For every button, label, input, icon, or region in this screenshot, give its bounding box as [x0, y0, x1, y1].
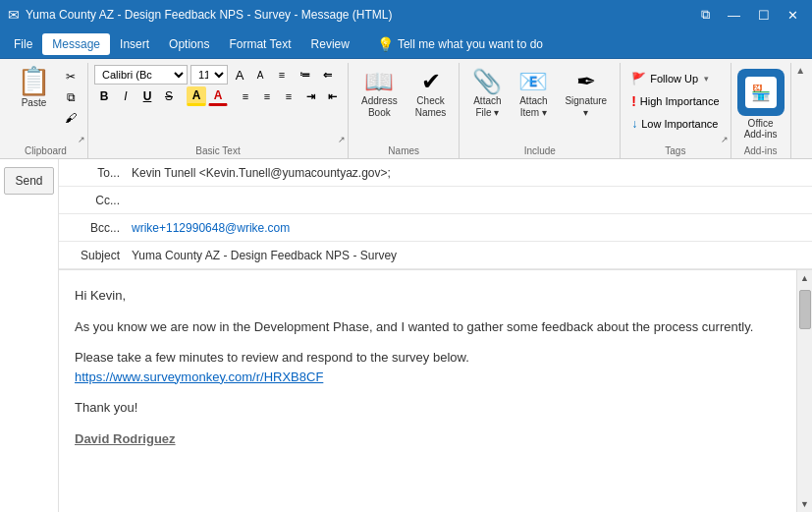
email-body[interactable]: Hi Kevin, As you know we are now in the … — [59, 270, 796, 512]
scroll-up-button[interactable]: ▲ — [797, 270, 813, 286]
signature-button[interactable]: ✒ Signature▾ — [558, 65, 614, 124]
menu-bar: File Message Insert Options Format Text … — [0, 29, 812, 59]
office-addins-button[interactable]: 🏪 OfficeAdd-ins — [737, 69, 785, 140]
addins-label: OfficeAdd-ins — [744, 118, 778, 140]
paste-icon: 📋 — [17, 68, 51, 95]
office-addins-icon[interactable]: 🏪 — [737, 69, 785, 116]
menu-options[interactable]: Options — [159, 33, 219, 55]
high-importance-button[interactable]: ! High Importance — [626, 90, 724, 112]
attach-item-button[interactable]: 📧 AttachItem ▾ — [512, 65, 555, 124]
number-list-button[interactable]: ≔ — [295, 65, 314, 85]
addins-group: 🏪 OfficeAdd-ins Add-ins — [731, 63, 791, 158]
restore-button[interactable]: ⧉ — [695, 5, 716, 25]
bold-button[interactable]: B — [94, 86, 114, 106]
email-compose: Send To... Kevin Tunell <Kevin.Tunell@yu… — [0, 159, 812, 512]
scrollbar-thumb[interactable] — [799, 290, 811, 329]
attach-file-icon: 📎 — [472, 70, 502, 93]
clipboard-sub-buttons: ✂ ⧉ 🖌 — [60, 65, 81, 128]
clipboard-group: 📋 Paste ✂ ⧉ 🖌 Clipboard ↗ — [4, 63, 88, 158]
check-names-icon: ✔ — [421, 70, 441, 93]
indent-increase-button[interactable]: ⇥ — [300, 86, 320, 106]
form-area: To... Kevin Tunell <Kevin.Tunell@yumacou… — [59, 159, 812, 512]
font-name-select[interactable]: Calibri (Bc — [94, 65, 188, 85]
check-names-button[interactable]: ✔ CheckNames — [408, 65, 454, 124]
email-header: To... Kevin Tunell <Kevin.Tunell@yumacou… — [59, 159, 812, 270]
font-shrink-button[interactable]: A — [251, 66, 269, 84]
to-label[interactable]: To... — [59, 166, 128, 180]
paste-button[interactable]: 📋 Paste — [10, 65, 58, 111]
cc-input[interactable] — [128, 190, 812, 211]
font-row: Calibri (Bc 11 A A ≡ ≔ ⇐ — [94, 65, 337, 85]
title-bar-left: ✉ Yuma County AZ - Design Feedback NPS -… — [8, 7, 392, 23]
menu-insert[interactable]: Insert — [110, 33, 159, 55]
ribbon: 📋 Paste ✂ ⧉ 🖌 Clipboard ↗ Calibri (Bc — [0, 59, 812, 159]
menu-message[interactable]: Message — [42, 33, 110, 55]
scrollbar-track — [798, 286, 812, 496]
ltr-button[interactable]: ⇐ — [317, 65, 337, 85]
bcc-link[interactable]: wrike+112990648@wrike.com — [132, 221, 290, 235]
signature-label: Signature▾ — [565, 95, 607, 119]
highlight-button[interactable]: A — [187, 86, 206, 106]
bullet-list-button[interactable]: ≡ — [272, 65, 292, 85]
follow-up-dropdown-icon: ▾ — [704, 74, 709, 84]
to-row: To... Kevin Tunell <Kevin.Tunell@yumacou… — [59, 159, 812, 187]
basic-text-label: Basic Text — [94, 143, 342, 158]
outlook-icon: ✉ — [8, 7, 20, 23]
outlook-window: ✉ Yuma County AZ - Design Feedback NPS -… — [0, 0, 812, 512]
menu-file[interactable]: File — [4, 33, 42, 55]
include-content: 📎 AttachFile ▾ 📧 AttachItem ▾ ✒ Signatur… — [465, 65, 614, 143]
align-center-button[interactable]: ≡ — [257, 86, 277, 106]
menu-review[interactable]: Review — [301, 33, 359, 55]
check-names-label: CheckNames — [415, 95, 447, 119]
address-book-button[interactable]: 📖 AddressBook — [354, 65, 405, 124]
low-importance-button[interactable]: ↓ Low Importance — [626, 114, 723, 134]
to-value: Kevin Tunell <Kevin.Tunell@yumacountyaz.… — [128, 162, 812, 184]
maximize-button[interactable]: ☐ — [752, 5, 776, 25]
include-group: 📎 AttachFile ▾ 📧 AttachItem ▾ ✒ Signatur… — [460, 63, 621, 158]
tell-me-text[interactable]: Tell me what you want to do — [398, 37, 543, 51]
bcc-label[interactable]: Bcc... — [59, 221, 128, 235]
scroll-down-button[interactable]: ▼ — [797, 496, 813, 512]
tags-expand-icon[interactable]: ↗ — [721, 135, 729, 144]
format-painter-button[interactable]: 🖌 — [60, 108, 81, 128]
body-text-survey: Please take a few minutes to review and … — [75, 350, 469, 365]
low-importance-icon: ↓ — [631, 117, 637, 131]
strikethrough-button[interactable]: S — [159, 86, 179, 106]
cc-label[interactable]: Cc... — [59, 194, 128, 207]
attach-file-button[interactable]: 📎 AttachFile ▾ — [465, 65, 509, 124]
font-color-button[interactable]: A — [208, 86, 228, 106]
names-content: 📖 AddressBook ✔ CheckNames — [354, 65, 453, 143]
names-group: 📖 AddressBook ✔ CheckNames Names — [349, 63, 460, 158]
body-paragraph2: Please take a few minutes to review and … — [75, 348, 781, 386]
tags-content: 🚩 Follow Up ▾ ! High Importance ↓ Low Im… — [626, 65, 724, 143]
compose-body-wrapper: Send To... Kevin Tunell <Kevin.Tunell@yu… — [0, 159, 812, 512]
underline-button[interactable]: U — [137, 86, 157, 106]
subject-value: Yuma County AZ - Design Feedback NPS - S… — [128, 245, 812, 266]
include-label: Include — [465, 143, 614, 158]
copy-button[interactable]: ⧉ — [60, 87, 81, 107]
align-left-button[interactable]: ≡ — [236, 86, 255, 106]
ribbon-collapse-button[interactable]: ▲ — [793, 65, 808, 76]
cut-button[interactable]: ✂ — [60, 67, 81, 86]
minimize-button[interactable]: — — [722, 5, 746, 25]
subject-label: Subject — [59, 249, 128, 262]
follow-up-button[interactable]: 🚩 Follow Up ▾ — [626, 69, 714, 88]
italic-button[interactable]: I — [116, 86, 135, 106]
align-right-button[interactable]: ≡ — [279, 86, 298, 106]
title-bar: ✉ Yuma County AZ - Design Feedback NPS -… — [0, 0, 812, 29]
window-title: Yuma County AZ - Design Feedback NPS - S… — [26, 8, 392, 22]
tell-me-bar[interactable]: 💡 Tell me what you want to do — [367, 32, 553, 56]
addins-content: 🏪 OfficeAdd-ins — [737, 65, 785, 143]
font-size-select[interactable]: 11 — [190, 65, 228, 85]
clipboard-expand-icon[interactable]: ↗ — [78, 135, 85, 144]
indent-decrease-button[interactable]: ⇤ — [322, 86, 342, 106]
font-grow-button[interactable]: A — [231, 66, 248, 84]
basic-text-expand-icon[interactable]: ↗ — [338, 135, 346, 144]
survey-link[interactable]: https://www.surveymonkey.com/r/HRXB8CF — [75, 370, 323, 384]
send-button[interactable]: Send — [4, 167, 53, 195]
paste-label: Paste — [22, 97, 47, 108]
body-paragraph1: As you know we are now in the Developmen… — [75, 317, 781, 337]
follow-up-label: Follow Up — [650, 73, 698, 85]
menu-format-text[interactable]: Format Text — [219, 33, 300, 55]
close-button[interactable]: ✕ — [782, 5, 804, 25]
